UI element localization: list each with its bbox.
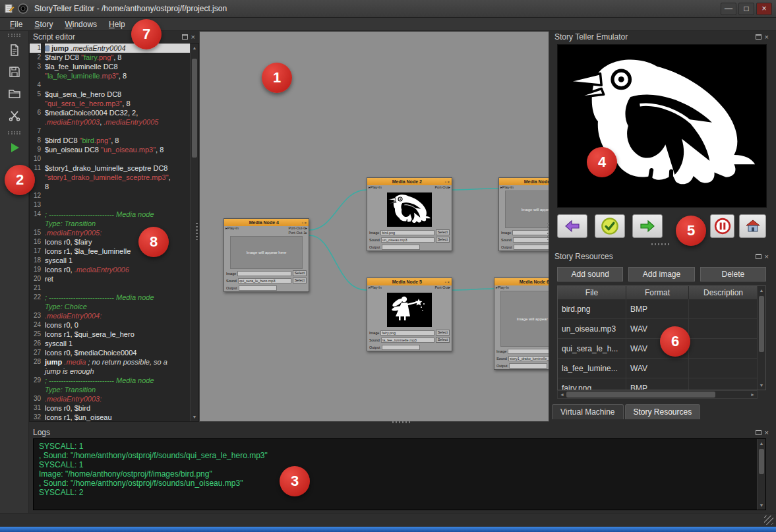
scroll-left-icon[interactable]: ◄ [558, 391, 566, 398]
scroll-down-icon[interactable]: ▼ [758, 381, 765, 390]
run-button[interactable] [5, 138, 24, 157]
code-row [45, 191, 190, 200]
scrollbar-thumb[interactable] [759, 449, 764, 474]
select-button[interactable]: Select [436, 229, 450, 235]
scroll-down-icon[interactable]: ▼ [191, 413, 198, 421]
media-node[interactable]: Media Node 5▫ ×▸Play-InPort-Out▸Imagefai… [367, 278, 452, 351]
close-panel-icon[interactable]: × [765, 253, 769, 260]
scroll-up-icon[interactable]: ▲ [758, 439, 765, 448]
resize-grip[interactable] [764, 516, 773, 525]
log-line: SYSCALL: 1 [39, 442, 760, 451]
menu-item-story[interactable]: Story [28, 18, 59, 30]
open-project-button[interactable] [5, 84, 24, 103]
node-title: Media Node 4 [226, 220, 302, 225]
table-row[interactable]: fairy.pngBMP [558, 378, 765, 390]
pause-button[interactable] [710, 214, 734, 238]
select-button[interactable]: Select [436, 330, 450, 336]
column-header[interactable]: Format [626, 286, 689, 299]
save-button[interactable] [5, 63, 24, 81]
next-button[interactable] [632, 214, 663, 238]
menu-item-help[interactable]: Help [103, 18, 131, 30]
delete-button[interactable] [5, 106, 24, 125]
float-panel-icon[interactable] [182, 34, 188, 40]
validate-button[interactable] [595, 214, 625, 238]
play-icon [8, 141, 21, 154]
code-row: $la_fee_luminelle DC8 [45, 62, 190, 71]
logs-scrollbar[interactable]: ▲ ▼ [757, 439, 765, 510]
emulator-titlebar[interactable]: Story Teller Emulator × [551, 31, 773, 43]
splitter-handle[interactable] [547, 223, 549, 240]
add-sound-button[interactable]: Add sound [557, 267, 623, 281]
notes-app-icon [4, 3, 15, 14]
maximize-button[interactable]: □ [738, 3, 754, 15]
menu-item-windows[interactable]: Windows [59, 18, 103, 30]
resources-titlebar[interactable]: Story Resources × [551, 251, 773, 262]
code-row [45, 154, 190, 163]
log-line: SYSCALL: 2 [39, 488, 760, 497]
script-editor-titlebar[interactable]: Script editor × [29, 31, 199, 43]
scroll-up-icon[interactable]: ▲ [758, 286, 765, 295]
media-node[interactable]: Media Node 2▫ ×▸Play-InPort-Out▸Imagebir… [367, 177, 452, 251]
splitter-handle[interactable] [392, 421, 412, 423]
annotation-marker-2: 2 [5, 165, 35, 195]
float-panel-icon[interactable] [756, 254, 761, 259]
logs-titlebar[interactable]: Logs × [29, 427, 773, 438]
annotation-marker-6: 6 [660, 326, 690, 357]
menu-item-file[interactable]: File [4, 18, 28, 30]
scroll-right-icon[interactable]: ► [748, 391, 757, 398]
in-port-label: ▸Play-In [500, 185, 514, 190]
scroll-down-icon[interactable]: ▼ [758, 501, 765, 510]
float-panel-icon[interactable] [756, 34, 761, 40]
arrow-left-icon [563, 218, 582, 234]
logs-content[interactable]: SYSCALL: 1, Sound: "/home/anthony/ostpro… [33, 438, 766, 510]
node-graph-canvas[interactable]: Media Node 4▫ ×▸Play-InPort-Out-0▸Port-O… [199, 31, 549, 422]
column-header[interactable]: File [558, 286, 626, 299]
back-button[interactable] [557, 214, 587, 238]
out-port-labels: Port-Out-0▸Port-Out-1▸ [289, 226, 307, 235]
splitter-handle[interactable] [196, 223, 198, 240]
close-panel-icon[interactable]: × [765, 34, 769, 40]
table-scrollbar[interactable]: ▲ ▼ [757, 286, 765, 390]
tab-story-resources[interactable]: Story Resources [625, 404, 701, 419]
add-image-button[interactable]: Add image [628, 267, 694, 281]
toolbar-drag-handle[interactable] [8, 34, 20, 37]
code-row: lcons r1, $la_fee_luminelle [45, 247, 190, 256]
scrollbar-thumb[interactable] [192, 59, 197, 158]
code-editor[interactable]: 1234567891011121314151617181920212223242… [29, 43, 199, 422]
table-hscrollbar[interactable]: ◄ ► [557, 390, 758, 399]
select-button[interactable]: Select [293, 278, 307, 283]
home-button[interactable] [739, 214, 766, 238]
dock-tabs: Virtual MachineStory Resources [552, 404, 700, 419]
minimize-button[interactable]: — [721, 3, 736, 15]
delete-resource-button[interactable]: Delete [700, 267, 766, 281]
table-row[interactable]: la_fee_lumine...WAV [558, 359, 765, 378]
scroll-up-icon[interactable]: ▲ [191, 44, 198, 52]
media-node[interactable]: Media Node 4▫ ×▸Play-InPort-Out-0▸Port-O… [224, 218, 309, 292]
select-button[interactable]: Select [293, 270, 307, 276]
close-button[interactable]: × [756, 3, 772, 15]
table-row[interactable]: bird.pngBMP [558, 299, 765, 319]
scrollbar-thumb[interactable] [566, 392, 715, 398]
close-panel-icon[interactable]: × [191, 34, 195, 40]
media-node[interactable]: Media Node 6▫ ×▸Play-InPort-Out▸Image wi… [494, 278, 549, 370]
table-header[interactable]: FileFormatDescription [558, 286, 765, 299]
code-row: ; --------------------------- Media node [45, 210, 190, 219]
in-port-label: ▸Play-In [225, 226, 239, 235]
log-line: , Sound: "/home/anthony/ostproj/f/sounds… [39, 479, 760, 488]
tab-virtual-machine[interactable]: Virtual Machine [552, 404, 624, 419]
close-panel-icon[interactable]: × [765, 429, 769, 436]
media-node[interactable]: Media Node 3▫ ×▸Play-InPort-Out▸Image wi… [498, 177, 549, 251]
left-toolbar [0, 31, 29, 513]
new-script-button[interactable] [5, 41, 24, 59]
document-icon [8, 44, 21, 57]
select-button[interactable]: Select [436, 237, 450, 243]
column-header[interactable]: Description [689, 286, 758, 299]
scrollbar-thumb[interactable] [759, 296, 764, 352]
code-row: .mediaEntry0003: [45, 394, 190, 403]
select-button[interactable]: Select [436, 337, 450, 343]
code-row: $mediaChoice0004 DC32, 2, [45, 108, 190, 117]
code-row [45, 200, 190, 210]
float-panel-icon[interactable] [756, 430, 761, 435]
code-row: Type: Transition [45, 385, 190, 394]
titlebar[interactable]: StoryTeller Editor - /home/anthony/ostpr… [0, 0, 776, 18]
